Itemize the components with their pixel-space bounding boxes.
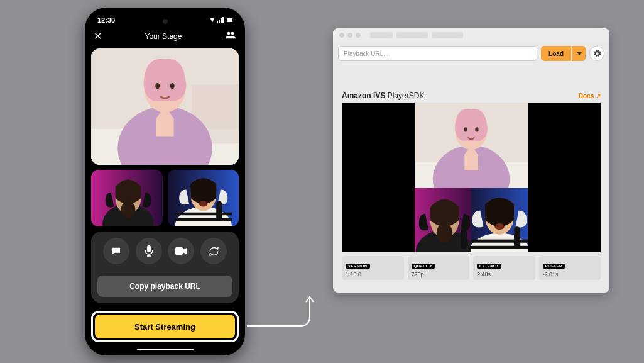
load-dropdown[interactable]: [572, 46, 586, 61]
svg-rect-21: [216, 201, 222, 221]
switch-camera-button[interactable]: [200, 238, 227, 264]
phone-camera-dot: [163, 19, 168, 24]
traffic-light-min[interactable]: [347, 33, 352, 38]
signal-icon: [217, 17, 224, 23]
metric-version: VERSION1.16.0: [342, 256, 404, 280]
metric-quality: QUALITY720p: [408, 256, 470, 280]
svg-point-18: [197, 193, 200, 198]
svg-rect-22: [147, 245, 151, 252]
svg-point-0: [227, 32, 231, 35]
svg-point-19: [205, 193, 209, 198]
docs-link[interactable]: Docs ↗: [579, 92, 601, 99]
load-button[interactable]: Load: [541, 46, 571, 61]
phone-frame: 12:30 ▾ ✕ Your Stage: [85, 8, 245, 355]
battery-icon: [226, 17, 232, 23]
page-title: Your Stage: [102, 32, 225, 41]
traffic-light-close[interactable]: [339, 33, 344, 38]
svg-rect-41: [514, 226, 520, 249]
metrics-row: VERSION1.16.0 QUALITY720p LATENCY2.48s B…: [333, 252, 609, 284]
video-thumb-2[interactable]: [168, 170, 239, 226]
player-title: Amazon IVS PlayerSDK: [342, 91, 424, 100]
svg-point-40: [494, 223, 504, 230]
svg-point-12: [121, 201, 136, 218]
controls-card: Copy playback URL: [91, 232, 239, 303]
svg-rect-23: [175, 247, 183, 255]
svg-point-28: [464, 127, 467, 131]
copy-url-button[interactable]: Copy playback URL: [97, 276, 232, 297]
svg-rect-15: [175, 213, 232, 216]
video-button[interactable]: [168, 238, 194, 264]
svg-rect-34: [461, 223, 467, 249]
home-indicator: [137, 349, 194, 350]
svg-point-33: [437, 223, 453, 243]
participants-icon[interactable]: [225, 31, 236, 41]
traffic-light-max[interactable]: [356, 33, 361, 38]
browser-window: Playback URL... Load Amazon IVS PlayerSD…: [333, 28, 609, 293]
svg-point-29: [475, 127, 478, 131]
main-video-tile[interactable]: [91, 48, 239, 165]
chat-button[interactable]: [103, 238, 129, 264]
metric-latency: LATENCY2.48s: [473, 256, 535, 280]
flow-arrow: [244, 294, 338, 357]
close-icon[interactable]: ✕: [94, 30, 102, 42]
mic-button[interactable]: [136, 238, 162, 264]
start-streaming-button[interactable]: Start Streaming: [95, 315, 235, 338]
browser-chrome: [333, 28, 609, 42]
app-topbar: ✕ Your Stage: [85, 26, 245, 48]
settings-button[interactable]: [589, 46, 604, 61]
svg-point-8: [170, 83, 175, 89]
playback-url-input[interactable]: Playback URL...: [338, 46, 537, 61]
svg-point-7: [155, 83, 160, 89]
svg-point-1: [231, 32, 234, 35]
wifi-icon: ▾: [210, 16, 214, 23]
video-thumb-1[interactable]: [91, 170, 163, 226]
video-player[interactable]: [342, 103, 601, 252]
svg-rect-16: [175, 218, 232, 221]
svg-point-20: [199, 201, 207, 207]
metric-buffer: BUFFER-2.01s: [539, 256, 601, 280]
status-time: 12:30: [97, 16, 115, 24]
